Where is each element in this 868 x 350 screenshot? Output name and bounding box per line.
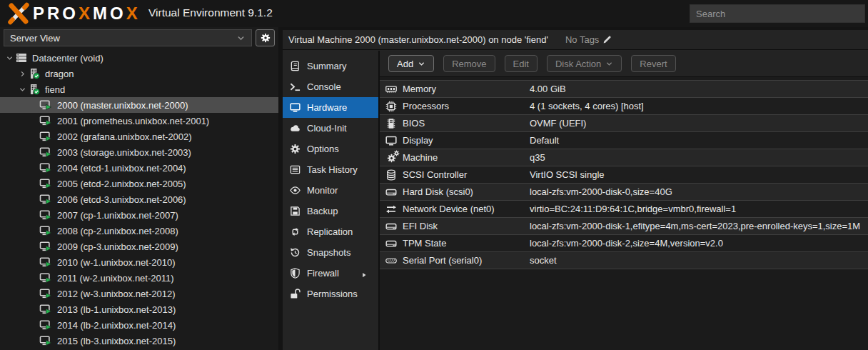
tree-item-2010[interactable]: 2010 (w-1.unixbox.net-2010) <box>0 254 278 270</box>
hardware-row-serial-port[interactable]: Serial Port (serial0) socket <box>380 252 868 269</box>
tree-item-2004[interactable]: 2004 (etcd-1.unixbox.net-2004) <box>0 160 278 176</box>
tab-cloud-init[interactable]: Cloud-Init <box>283 118 378 139</box>
tree-item-label: 2014 (lb-2.unixbox.net-2014) <box>57 320 176 331</box>
chevron-right-icon[interactable] <box>19 69 29 78</box>
tree-item-2002[interactable]: 2002 (grafana.unixbox.net-2002) <box>0 129 278 144</box>
add-button-label: Add <box>397 59 413 69</box>
hardware-value: OVMF (UEFI) <box>530 118 868 129</box>
vm-running-icon <box>39 272 52 284</box>
chevron-down-icon[interactable] <box>19 85 29 94</box>
hardware-content: Add Remove Edit Disk Action Revert <box>378 51 868 350</box>
tree-item-label: Datacenter (void) <box>32 53 104 64</box>
hardware-label: Display <box>403 135 530 146</box>
shield-icon <box>290 268 301 279</box>
edit-button-label: Edit <box>513 59 529 69</box>
tree-item-label: 2003 (storage.unixbox.net-2003) <box>57 147 191 158</box>
server-view-label: Server View <box>10 33 60 44</box>
tab-summary[interactable]: Summary <box>283 56 378 76</box>
vm-running-icon <box>39 194 52 205</box>
tree-item-2015[interactable]: 2015 (lb-3.unixbox.net-2015) <box>0 333 278 349</box>
vm-running-icon <box>39 162 52 174</box>
tree-item-2005[interactable]: 2005 (etcd-2.unixbox.net-2005) <box>0 176 278 191</box>
tree-item-label: 2007 (cp-1.unixbox.net-2007) <box>57 210 178 221</box>
hardware-row-machine[interactable]: Machine q35 <box>380 149 868 166</box>
gear-icon <box>261 33 271 43</box>
tree-item-2014[interactable]: 2014 (lb-2.unixbox.net-2014) <box>0 317 278 333</box>
revert-button[interactable]: Revert <box>631 55 675 72</box>
vm-running-icon <box>39 178 52 189</box>
menu-label: Snapshots <box>307 247 350 258</box>
server-view-selector[interactable]: Server View <box>4 29 252 46</box>
hardware-toolbar: Add Remove Edit Disk Action Revert <box>380 51 868 77</box>
tree-item-2008[interactable]: 2008 (cp-2.unixbox.net-2008) <box>0 223 278 239</box>
vm-running-icon <box>39 335 52 346</box>
tree-item-fiend[interactable]: fiend <box>0 81 278 97</box>
disk-action-button[interactable]: Disk Action <box>547 55 622 72</box>
tree-item-2013[interactable]: 2013 (lb-1.unixbox.net-2013) <box>0 301 278 317</box>
hardware-row-efi-disk[interactable]: EFI Disk local-zfs:vm-2000-disk-1,efityp… <box>380 218 868 235</box>
tree-item-label: 2010 (w-1.unixbox.net-2010) <box>57 257 176 268</box>
hardware-row-display[interactable]: Display Default <box>380 132 868 149</box>
hardware-row-scsi-controller[interactable]: SCSI Controller VirtIO SCSI single <box>380 166 868 184</box>
no-tags-label: No Tags <box>565 34 599 45</box>
tree-item-label: 2006 (etcd-3.unixbox.net-2006) <box>57 194 186 205</box>
tab-backup[interactable]: Backup <box>283 201 378 221</box>
hardware-row-memory[interactable]: Memory 4.00 GiB <box>380 81 868 98</box>
tree-item-label: 2002 (grafana.unixbox.net-2002) <box>57 131 192 142</box>
tab-options[interactable]: Options <box>283 139 378 159</box>
tab-permissions[interactable]: Permissions <box>283 284 378 304</box>
tree-item-2006[interactable]: 2006 (etcd-3.unixbox.net-2006) <box>0 191 278 207</box>
sync-arrows-icon <box>290 226 301 238</box>
tab-task-history[interactable]: Task History <box>283 159 378 180</box>
hardware-label: Processors <box>403 101 530 111</box>
tab-console[interactable]: Console <box>283 76 378 97</box>
tree-item-2000[interactable]: 2000 (master.unixbox.net-2000) <box>0 97 278 113</box>
edit-button[interactable]: Edit <box>505 55 538 72</box>
hardware-label: Serial Port (serial0) <box>403 255 530 266</box>
tree-item-2001[interactable]: 2001 (prometheus.unixbox.net-2001) <box>0 113 278 129</box>
tree-item-2012[interactable]: 2012 (w-3.unixbox.net-2012) <box>0 286 278 301</box>
tab-firewall[interactable]: Firewall <box>283 263 378 284</box>
add-button[interactable]: Add <box>388 55 434 72</box>
hardware-row-hard-disk[interactable]: Hard Disk (scsi0) local-zfs:vm-2000-disk… <box>380 184 868 201</box>
tree-item-label: 2000 (master.unixbox.net-2000) <box>57 100 188 111</box>
tree-item-2007[interactable]: 2007 (cp-1.unixbox.net-2007) <box>0 207 278 223</box>
tree-item-2003[interactable]: 2003 (storage.unixbox.net-2003) <box>0 144 278 160</box>
book-icon <box>290 61 301 72</box>
tab-hardware[interactable]: Hardware <box>283 97 378 118</box>
edit-tags-button[interactable] <box>602 35 612 44</box>
hardware-row-processors[interactable]: Processors 4 (1 sockets, 4 cores) [host] <box>380 98 868 115</box>
vm-running-icon <box>39 319 52 331</box>
hardware-value: 4 (1 sockets, 4 cores) [host] <box>530 101 868 111</box>
menu-label: Backup <box>307 206 338 216</box>
panel-title-bar: Virtual Machine 2000 (master.unixbox.net… <box>283 30 868 50</box>
tab-snapshots[interactable]: Snapshots <box>283 242 378 263</box>
tree-item-datacenter[interactable]: Datacenter (void) <box>0 50 278 66</box>
hardware-value: q35 <box>530 152 868 163</box>
hardware-label: Machine <box>403 152 530 163</box>
tree-item-dragon[interactable]: dragon <box>0 66 278 81</box>
tab-monitor[interactable]: Monitor <box>283 180 378 201</box>
cogs-icon <box>384 152 398 163</box>
search-input[interactable] <box>690 4 865 23</box>
hardware-row-network-device[interactable]: Network Device (net0) virtio=BC:24:11:D9… <box>380 201 868 218</box>
hdd-icon <box>384 186 398 198</box>
chevron-down-icon[interactable] <box>6 54 16 62</box>
view-options-button[interactable] <box>256 29 275 46</box>
hardware-value: local-zfs:vm-2000-disk-1,efitype=4m,ms-c… <box>530 221 868 231</box>
monitor-icon <box>290 102 301 114</box>
hardware-row-tpm-state[interactable]: TPM State local-zfs:vm-2000-disk-2,size=… <box>380 235 868 252</box>
resource-tree: Datacenter (void) dragon fiend 2000 (mas… <box>0 50 278 350</box>
tree-item-label: 2009 (cp-3.unixbox.net-2009) <box>57 241 178 252</box>
tree-item-2011[interactable]: 2011 (w-2.unixbox.net-2011) <box>0 270 278 286</box>
tab-replication[interactable]: Replication <box>283 221 378 242</box>
tree-item-2009[interactable]: 2009 (cp-3.unixbox.net-2009) <box>0 239 278 254</box>
hardware-label: Network Device (net0) <box>403 204 530 214</box>
hardware-value: VirtIO SCSI single <box>530 169 868 180</box>
menu-label: Cloud-Init <box>307 123 347 134</box>
hardware-row-bios[interactable]: BIOS OVMF (UEFI) <box>380 115 868 132</box>
disk-action-button-label: Disk Action <box>555 59 601 69</box>
menu-label: Firewall <box>307 268 339 279</box>
remove-button[interactable]: Remove <box>443 55 495 72</box>
menu-label: Permissions <box>307 289 358 299</box>
